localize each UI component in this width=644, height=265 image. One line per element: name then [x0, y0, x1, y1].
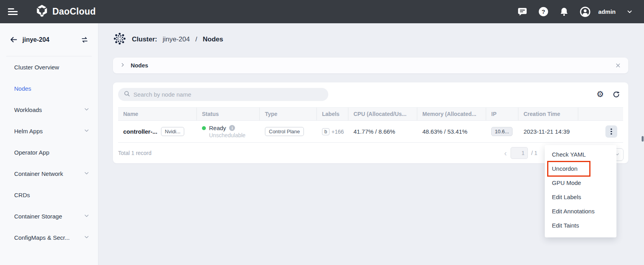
- daocloud-cube-icon: [35, 4, 48, 19]
- menu-item-edit-annotations[interactable]: Edit Annotations: [545, 204, 616, 218]
- cell-ip: 10.6...: [486, 121, 518, 142]
- cell-cpu: 41.77% / 8.66%: [348, 121, 417, 142]
- menu-toggle-icon[interactable]: [8, 7, 19, 16]
- column-header-name: Name: [118, 108, 197, 120]
- table-row: controller-... Nvidi... Ready i Unschedu…: [118, 121, 623, 143]
- help-icon[interactable]: ?: [538, 6, 549, 17]
- cell-node-name: controller-... Nvidi...: [118, 121, 197, 142]
- topbar: DaoCloud ? admin: [0, 0, 644, 23]
- chevron-down-icon: [84, 234, 89, 241]
- menu-item-uncordon[interactable]: Uncordon: [545, 162, 616, 176]
- menu-item-edit-labels[interactable]: Edit Labels: [545, 190, 616, 204]
- node-type-badge: Control Plane: [265, 127, 304, 136]
- column-header-cpu: CPU (Allocated/Us...: [348, 108, 417, 120]
- chevron-down-icon: [84, 128, 89, 134]
- sidebar-item-operator-app[interactable]: Operator App: [0, 142, 98, 163]
- row-actions-menu: Check YAML Uncordon GPU Mode Edit Labels…: [545, 145, 616, 237]
- nodes-table: Name Status Type Labels CPU (Allocated/U…: [118, 107, 623, 143]
- messages-icon[interactable]: [517, 6, 528, 17]
- user-menu-chevron-down-icon[interactable]: [626, 6, 633, 17]
- column-header-creation-time: Creation Time: [518, 108, 578, 120]
- cell-type: Control Plane: [260, 121, 317, 142]
- refresh-icon[interactable]: [613, 91, 620, 98]
- search-icon: [124, 90, 130, 99]
- sidebar-item-workloads[interactable]: Workloads: [0, 99, 98, 120]
- column-header-type: Type: [260, 108, 317, 120]
- user-name: admin: [598, 8, 616, 15]
- substatus-text: Unschedulable: [202, 132, 246, 138]
- node-name[interactable]: controller-...: [123, 128, 157, 135]
- table-header-row: Name Status Type Labels CPU (Allocated/U…: [118, 107, 623, 121]
- column-header-memory: Memory (Allocated...: [417, 108, 486, 120]
- switch-cluster-icon[interactable]: [81, 36, 89, 44]
- sidebar-item-configmaps-secrets[interactable]: ConfigMaps & Secr...: [0, 227, 98, 248]
- cell-status: Ready i Unschedulable: [197, 121, 260, 142]
- labels-more-count[interactable]: +166: [331, 129, 344, 135]
- status-info-icon[interactable]: i: [229, 125, 235, 131]
- user-avatar[interactable]: [580, 6, 590, 17]
- pagination: ‹ / 1: [503, 143, 537, 163]
- breadcrumb-separator: /: [195, 35, 197, 43]
- brand-logo: DaoCloud: [35, 4, 96, 19]
- breadcrumb-section: Nodes: [203, 35, 223, 43]
- sidebar-item-container-storage[interactable]: Container Storage: [0, 205, 98, 227]
- chevron-down-icon: [84, 213, 89, 220]
- column-header-ip: IP: [486, 108, 518, 120]
- search-input[interactable]: [133, 91, 323, 98]
- banner-chevron-right-icon[interactable]: [120, 62, 125, 69]
- sidebar-item-container-network[interactable]: Container Network: [0, 163, 98, 184]
- cell-memory: 48.63% / 53.41%: [417, 121, 486, 142]
- main-area: Cluster: jinye-204 / Nodes Nodes: [98, 23, 644, 265]
- sidebar-cluster-name: jinye-204: [22, 36, 49, 43]
- nodes-banner: Nodes: [113, 58, 628, 73]
- breadcrumb-cluster[interactable]: jinye-204: [163, 35, 190, 43]
- sidebar-item-crds[interactable]: CRDs: [0, 184, 98, 205]
- cluster-dots-icon: [113, 32, 126, 47]
- page-count-text: / 1: [531, 150, 537, 156]
- cell-creation-time: 2023-11-21 14:39: [518, 121, 578, 142]
- cell-labels: b +166: [317, 121, 348, 142]
- row-actions-kebab-button[interactable]: [605, 125, 617, 138]
- menu-item-edit-taints[interactable]: Edit Taints: [545, 218, 616, 233]
- search-box: [118, 88, 328, 101]
- banner-close-icon[interactable]: [615, 62, 621, 69]
- svg-text:?: ?: [542, 8, 545, 15]
- sidebar-item-nodes[interactable]: Nodes: [0, 78, 98, 99]
- menu-item-gpu-mode[interactable]: GPU Mode: [545, 176, 616, 190]
- chevron-down-icon: [84, 106, 89, 113]
- banner-title: Nodes: [131, 62, 148, 69]
- column-header-actions: [578, 108, 623, 120]
- column-header-status: Status: [197, 108, 260, 120]
- notifications-bell-icon[interactable]: [559, 6, 570, 17]
- total-records-text: Total 1 record: [118, 150, 152, 156]
- status-green-dot: [202, 126, 206, 130]
- cell-actions: [578, 121, 623, 142]
- sidebar: jinye-204 Cluster Overview Nodes Workloa…: [0, 23, 98, 265]
- chevron-down-icon: [84, 170, 89, 177]
- page-number-input[interactable]: [511, 147, 528, 159]
- menu-item-check-yaml[interactable]: Check YAML: [545, 147, 616, 162]
- status-text: Ready: [209, 125, 226, 131]
- ip-badge[interactable]: 10.6...: [491, 127, 513, 136]
- sidebar-item-helm-apps[interactable]: Helm Apps: [0, 120, 98, 142]
- previous-page-chevron-icon[interactable]: ‹: [503, 149, 508, 157]
- scrollbar-thumb[interactable]: [642, 136, 644, 142]
- column-settings-gear-icon[interactable]: ⚙: [596, 90, 604, 99]
- page-title-label: Cluster:: [132, 35, 157, 43]
- label-key-badge: b: [322, 128, 329, 135]
- sidebar-item-cluster-overview[interactable]: Cluster Overview: [0, 56, 98, 78]
- column-header-labels: Labels: [317, 108, 348, 120]
- brand-name: DaoCloud: [52, 6, 96, 17]
- back-arrow-icon[interactable]: [9, 35, 18, 44]
- page-header: Cluster: jinye-204 / Nodes: [113, 32, 644, 47]
- node-name-badge: Nvidi...: [161, 127, 185, 136]
